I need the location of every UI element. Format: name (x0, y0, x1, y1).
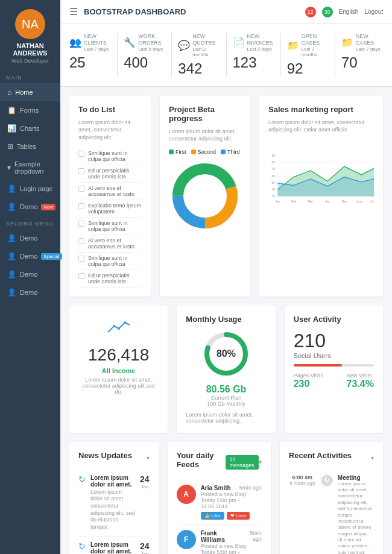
todo-item[interactable]: Explicabo temo ipsum voluptatem (78, 200, 142, 218)
stat-divider (226, 33, 227, 77)
notification-badge-red[interactable]: 12 (305, 7, 316, 17)
brand-text: BOOTSTRAP DASHBOARD (84, 7, 186, 16)
love-button[interactable]: ❤ Love (227, 512, 250, 520)
legend-dot-second (191, 150, 196, 154)
usage-plan-value: 100 Gb Monthly (186, 401, 266, 407)
recent-dropdown[interactable]: ▾ (371, 455, 374, 461)
sidebar-item-tables[interactable]: ⊞ Tables (0, 137, 60, 156)
todo-text: Ed ut perspiciatis unde omnis iste (88, 272, 142, 285)
hamburger-icon[interactable]: ☰ (69, 6, 78, 17)
legend-first: First (169, 149, 186, 155)
stats-row: 👥 NEWCLIENTS Last 7 days 25 🔧 WORKORDERS… (60, 24, 392, 87)
todo-text: Ed ut perspiciatis unde omnis iste (88, 168, 142, 180)
news-dropdown[interactable]: ▾ (147, 455, 150, 461)
sidebar-item-demo5[interactable]: 👤 Demo (0, 283, 60, 301)
clients-icon: 👥 (69, 37, 81, 48)
activity-number: 210 (294, 330, 374, 352)
stat-value: 123 (233, 54, 274, 71)
quotes-icon: 💬 (178, 40, 190, 51)
new-badge: New (41, 204, 55, 210)
todo-item[interactable]: Similique sunt in culpa qui officia (78, 218, 142, 235)
avatar: NA (15, 9, 45, 39)
news-date: 24Jan (140, 474, 150, 531)
feed-actions: 👍 Like ❤ Love (201, 512, 262, 520)
todo-checkbox[interactable] (78, 238, 84, 244)
sidebar-item-label: Home (15, 89, 33, 96)
stat-label: NEWCLIENTS (84, 33, 109, 46)
forms-icon: 📋 (7, 106, 16, 115)
svg-text:60: 60 (272, 174, 276, 177)
sidebar-item-demo1[interactable]: 👤 Demo New (0, 198, 60, 216)
language-selector[interactable]: English (339, 8, 359, 15)
sidebar-item-charts[interactable]: 📊 Charts (0, 119, 60, 137)
act-title: Meeting (338, 474, 374, 481)
logout-button[interactable]: Logout (364, 8, 383, 15)
stat-divider (117, 33, 118, 77)
activity-metrics: Pages Visits 230 New Visits 73.4% (294, 373, 374, 389)
todo-title: To do List (78, 105, 142, 114)
like-button[interactable]: 👍 Like (201, 512, 224, 520)
circular-progress: 80% (202, 330, 250, 378)
demo3-icon: 👤 (7, 252, 16, 260)
svg-text:June: June (356, 200, 362, 203)
usage-title: Monthly Usage (186, 315, 266, 324)
stat-divider (171, 33, 172, 77)
sidebar-item-demo4[interactable]: 👤 Demo (0, 265, 60, 283)
feed-date: Today 5:00 pm - 12.06.2019 (201, 549, 262, 554)
project-subtitle: Lorem ipsum dolor sit amet, consectetur … (169, 128, 241, 143)
todo-checkbox[interactable] (78, 168, 84, 174)
daily-dropdown[interactable]: ▾ (259, 459, 262, 465)
news-icon: ↻ (78, 541, 86, 554)
todo-checkbox[interactable] (78, 256, 84, 262)
stat-label: WORKORDERS (138, 33, 163, 46)
feed-action: Posted a new Blog (201, 491, 262, 497)
income-icon (78, 318, 159, 339)
todo-item[interactable]: Similique sunt in culpa qui officia (78, 148, 142, 165)
special-badge: Special (41, 253, 62, 260)
home-icon: ⌂ (7, 88, 11, 96)
todo-text: Similique sunt in culpa qui officia (88, 255, 142, 267)
recent-title: Recent Activities (289, 451, 352, 460)
income-desc: Lorem ipsum dolor sit amet, consectetur … (78, 377, 159, 395)
act-content: Meeting Lorem ipsum dolor sit amet, cons… (338, 474, 374, 554)
todo-checkbox[interactable] (78, 151, 84, 157)
pages-visits: Pages Visits 230 (294, 373, 323, 389)
new-visits: New Visits 73.4% (347, 373, 374, 389)
stat-sublabel: Last 7 days (356, 46, 383, 52)
news-card: News Updates ▾ ↻ Lorem ipsum dolor sit a… (69, 442, 159, 554)
sidebar-item-demo3[interactable]: 👤 Demo Special (0, 247, 60, 265)
todo-item[interactable]: Ed ut perspiciatis unde omnis iste (78, 165, 142, 183)
sidebar-item-dropdown[interactable]: ▾ Example dropdown (0, 156, 60, 180)
content-area: To do List Lorem ipsum dolor sit amet, c… (60, 87, 392, 554)
stat-sublabel: Last 5 days (138, 46, 163, 52)
second-section-label: SECOND MENU (0, 216, 60, 229)
news-item: ↻ Lorem ipsum dolor sit amet. Lorem ipsu… (78, 470, 150, 537)
news-item: ↻ Lorem ipsum dolor sit amet. Lorem ipsu… (78, 537, 150, 554)
stat-sublabel: Last 7 days (84, 46, 109, 52)
opencases-icon: 📁 (287, 40, 299, 51)
sidebar-item-label: Example dropdown (14, 160, 53, 175)
todo-item[interactable]: Al vero eos et accusamus et iusto (78, 235, 142, 253)
navbar: ☰ BOOTSTRAP DASHBOARD 12 30 English Logo… (60, 0, 392, 24)
sidebar-item-home[interactable]: ⌂ Home (0, 83, 60, 101)
todo-item[interactable]: Al vero eos et accusamus et iusto (78, 183, 142, 200)
feed-time: 5min ago (239, 485, 262, 491)
todo-checkbox[interactable] (78, 186, 84, 192)
todo-checkbox[interactable] (78, 273, 84, 279)
todo-item[interactable]: Ed ut perspiciatis unde omnis iste (78, 270, 142, 288)
todo-text: Al vero eos et accusamus et iusto (88, 238, 142, 250)
sidebar-item-login[interactable]: 👤 Login page (0, 180, 60, 198)
main-section-label: MAIN (0, 70, 60, 83)
todo-item[interactable]: Similique sunt in culpa qui officia (78, 253, 142, 270)
stat-label: NEWINVOICES (247, 33, 273, 46)
income-value: 126,418 (78, 345, 159, 365)
daily-feeds-card: Your daily Feeds 10 messages ▾ A Aria Sm… (168, 442, 271, 554)
sidebar-item-forms[interactable]: 📋 Forms (0, 101, 60, 119)
stat-work-orders: 🔧 WORKORDERS Last 5 days 400 (124, 33, 165, 77)
notification-badge-green[interactable]: 30 (322, 7, 333, 17)
todo-checkbox[interactable] (78, 203, 84, 209)
todo-checkbox[interactable] (78, 221, 84, 227)
legend-third: Third (221, 149, 240, 155)
legend-dot-first (169, 150, 174, 154)
sidebar-item-demo2[interactable]: 👤 Demo (0, 229, 60, 247)
